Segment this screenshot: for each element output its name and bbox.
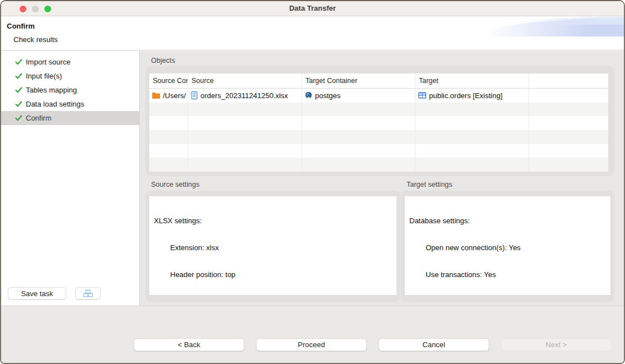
column-header-target[interactable]: Target — [416, 73, 529, 88]
target-settings-text: Database settings: Open new connection(s… — [405, 196, 610, 295]
table-row[interactable]: /Users/ orders_202311241250.xlsx postges — [149, 89, 608, 103]
column-header-empty — [529, 73, 608, 88]
setting-line: Header position: top — [154, 270, 396, 279]
target-settings-group: Database settings: Open new connection(s… — [401, 191, 614, 302]
objects-group-label: Objects — [151, 57, 175, 64]
postgresql-icon — [304, 91, 313, 100]
save-task-button[interactable]: Save task — [8, 287, 66, 300]
setting-line: Open new connection(s): Yes — [409, 243, 610, 252]
check-icon — [15, 72, 23, 80]
step-data-load-settings[interactable]: Data load settings — [1, 97, 139, 111]
step-confirm[interactable]: Confirm — [1, 111, 139, 125]
source-container-cell: /Users/ — [163, 91, 186, 100]
confirm-content: Objects Source Container Source Target C… — [140, 51, 624, 306]
step-label: Import source — [26, 58, 70, 66]
table-row-empty[interactable] — [149, 144, 608, 158]
table-row-empty[interactable] — [149, 158, 608, 172]
title-bar: Data Transfer — [1, 1, 624, 16]
target-cell: public.orders [Existing] — [429, 91, 503, 100]
file-icon — [190, 91, 198, 100]
target-container-cell: postges — [315, 91, 341, 100]
source-settings-title: XLSX settings: — [154, 216, 396, 225]
step-label: Confirm — [26, 114, 52, 122]
proceed-button[interactable]: Proceed — [256, 338, 367, 351]
table-row-empty[interactable] — [149, 103, 608, 117]
data-transfer-window: Data Transfer Confirm Check results Impo… — [0, 0, 625, 364]
source-cell: orders_202311241250.xlsx — [200, 91, 288, 100]
setting-line: Use transactions: Yes — [409, 270, 610, 279]
objects-group: Source Container Source Target Container… — [145, 66, 614, 176]
target-settings-title: Database settings: — [409, 216, 610, 225]
check-icon — [15, 58, 23, 66]
footer-bar: < Back Proceed Cancel Next > — [1, 306, 624, 363]
source-settings-text: XLSX settings: Extension: xlsx Header po… — [149, 196, 396, 295]
check-icon — [15, 114, 23, 122]
table-row-empty[interactable] — [149, 116, 608, 130]
page-subtitle: Check results — [13, 35, 58, 44]
wizard-steps-sidebar: Import source Input file(s) Tables mappi… — [1, 51, 140, 306]
column-header-source-container[interactable]: Source Container — [149, 73, 188, 88]
column-header-target-container[interactable]: Target Container — [302, 73, 416, 88]
steps-list: Import source Input file(s) Tables mappi… — [1, 51, 139, 125]
step-import-source[interactable]: Import source — [1, 55, 139, 69]
table-icon — [418, 91, 427, 99]
step-input-files[interactable]: Input file(s) — [1, 69, 139, 83]
source-settings-group: XLSX settings: Extension: xlsx Header po… — [145, 191, 400, 302]
step-label: Data load settings — [26, 100, 84, 108]
folder-icon — [152, 91, 161, 99]
source-settings-group-label: Source settings — [151, 181, 199, 188]
task-list-button[interactable] — [75, 287, 101, 300]
step-tables-mapping[interactable]: Tables mapping — [1, 83, 139, 97]
back-button[interactable]: < Back — [134, 338, 244, 351]
objects-table: Source Container Source Target Container… — [149, 73, 608, 172]
page-title: Confirm — [7, 22, 35, 30]
objects-table-header: Source Container Source Target Container… — [149, 73, 608, 89]
main-area: Import source Input file(s) Tables mappi… — [1, 51, 624, 306]
target-settings-group-label: Target settings — [407, 181, 452, 188]
wizard-banner: Confirm Check results — [1, 17, 624, 50]
check-icon — [15, 100, 23, 108]
next-button: Next > — [501, 338, 612, 351]
window-title: Data Transfer — [1, 4, 624, 12]
cancel-button[interactable]: Cancel — [378, 338, 489, 351]
table-row-empty[interactable] — [149, 130, 608, 144]
step-label: Input file(s) — [26, 72, 62, 80]
step-label: Tables mapping — [26, 86, 77, 94]
check-icon — [15, 86, 23, 94]
stacked-boxes-icon — [83, 289, 94, 298]
column-header-source[interactable]: Source — [188, 73, 302, 88]
banner-swoosh-highlight — [506, 17, 624, 25]
setting-line: Extension: xlsx — [154, 243, 396, 252]
